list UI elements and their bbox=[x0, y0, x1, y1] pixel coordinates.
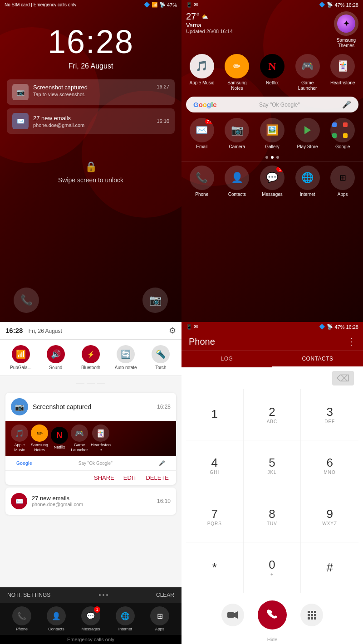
app-camera[interactable]: 📷 Camera bbox=[221, 118, 253, 150]
dialer-key-8[interactable]: 8 TUV bbox=[244, 491, 301, 542]
signal-icon: 📡 bbox=[159, 2, 166, 8]
toggle-bluetooth[interactable]: ⚡ Bluetooth bbox=[75, 345, 106, 370]
lock-camera-fab[interactable]: 📷 bbox=[142, 288, 168, 313]
toggle-autorotate[interactable]: 🔄 Auto rotate bbox=[111, 345, 141, 370]
home-status-bar: 📱 ✉ 🔷 📡 47% 16:28 bbox=[182, 0, 363, 10]
shade-dock-apps[interactable]: ⊞ Apps bbox=[150, 606, 169, 631]
shade-screenshot-icon: 📷 bbox=[11, 398, 28, 415]
dialer-hide-label[interactable]: Hide bbox=[182, 637, 363, 644]
app-game-launcher-label: Game Launcher bbox=[292, 80, 324, 91]
phone-menu-icon[interactable]: ⋮ bbox=[347, 336, 356, 347]
dock-apps[interactable]: ⊞ Apps bbox=[327, 166, 358, 197]
shade-email-icon: ✉️ bbox=[11, 493, 27, 509]
shade-email-title: 27 new emails bbox=[32, 495, 83, 502]
phone-status-left: 📱 ✉ bbox=[186, 324, 198, 330]
bluetooth-icon: 🔷 bbox=[144, 2, 150, 8]
app-game-launcher[interactable]: 🎮 Game Launcher bbox=[292, 54, 324, 91]
app-apple-music[interactable]: 🎵 Apple Music bbox=[186, 54, 218, 91]
dialer-key-star[interactable]: * bbox=[186, 542, 244, 594]
shade-phone-icon: 📞 bbox=[12, 606, 31, 625]
notification-shade: 16:28 Fri, 26 August ⚙ 📶 PubGala... 🔊 So… bbox=[0, 322, 182, 644]
sound-toggle-label: Sound bbox=[49, 365, 62, 370]
shade-email-card[interactable]: ✉️ 27 new emails phone.doe@gmail.com 16:… bbox=[5, 488, 176, 515]
video-call-button[interactable] bbox=[221, 604, 244, 626]
app-netflix-label: Netflix bbox=[266, 80, 279, 86]
shade-dock-contacts[interactable]: 👤 Contacts bbox=[47, 606, 66, 631]
phone-status-bar: 📱 ✉ 🔷 📡 47% 16:28 bbox=[182, 322, 363, 332]
app-samsung-notes-label: Samsung Notes bbox=[221, 80, 253, 91]
app-netflix[interactable]: N Netflix bbox=[256, 54, 288, 91]
svg-rect-4 bbox=[311, 611, 313, 613]
dialer-display: ⌫ bbox=[182, 367, 363, 389]
weather-updated: Updated 26/08 16:14 bbox=[186, 29, 233, 34]
shade-screenshot-actions: SHARE EDIT DELETE bbox=[5, 470, 176, 485]
shade-screenshot-card[interactable]: 📷 Screenshot captured 16:28 🎵 AppleMusic… bbox=[5, 393, 176, 485]
app-samsung-notes[interactable]: ✏ Samsung Notes bbox=[221, 54, 253, 91]
dock-contacts[interactable]: 👤 Contacts bbox=[221, 166, 253, 197]
tab-contacts[interactable]: CONTACTS bbox=[272, 351, 363, 367]
screenshot-notif-title: Screenshot captured bbox=[33, 84, 152, 91]
app-gallery[interactable]: 🖼️ Gallery bbox=[256, 118, 288, 150]
dialer-key-hash[interactable]: # bbox=[301, 542, 358, 594]
app-google-label: Google bbox=[335, 144, 350, 150]
svg-rect-3 bbox=[308, 611, 310, 613]
phone-title: Phone bbox=[189, 337, 215, 347]
shade-dock-internet[interactable]: 🌐 Internet bbox=[116, 606, 135, 631]
bluetooth-toggle-label: Bluetooth bbox=[81, 365, 100, 370]
lock-time: 16:28 bbox=[48, 23, 134, 60]
toggle-sound[interactable]: 🔊 Sound bbox=[40, 345, 71, 370]
dock-messages[interactable]: 💬 1 Messages bbox=[256, 166, 288, 197]
dialer-backspace-button[interactable]: ⌫ bbox=[332, 371, 354, 385]
edit-button[interactable]: EDIT bbox=[123, 474, 137, 481]
noti-settings-button[interactable]: NOTI. SETTINGS bbox=[7, 592, 50, 598]
settings-gear-icon[interactable]: ⚙ bbox=[169, 326, 176, 336]
shade-dock-phone[interactable]: 📞 Phone bbox=[12, 606, 31, 631]
dialer-key-1[interactable]: 1 bbox=[186, 389, 244, 440]
dialer-key-6[interactable]: 6 MNO bbox=[301, 440, 358, 492]
google-search-bar[interactable]: Google Say "Ok Google" 🎤 bbox=[186, 97, 358, 112]
shade-apps-label: Apps bbox=[155, 627, 165, 631]
delete-button[interactable]: DELETE bbox=[146, 474, 169, 481]
dot-2 bbox=[271, 156, 274, 159]
shade-phone-label: Phone bbox=[16, 627, 28, 631]
wifi-toggle-label: PubGala... bbox=[10, 365, 31, 370]
samsung-themes-app[interactable]: ✦ SamsungThemes bbox=[334, 11, 358, 49]
toggle-torch[interactable]: 🔦 Torch bbox=[146, 345, 176, 370]
call-button[interactable] bbox=[258, 600, 287, 629]
dialer-key-0[interactable]: 0 + bbox=[244, 542, 301, 594]
dialpad-grid-button[interactable] bbox=[300, 604, 323, 626]
email-notif-sub: phone.doe@gmail.com bbox=[33, 122, 152, 128]
dialer-key-7[interactable]: 7 PQRS bbox=[186, 491, 244, 542]
shade-date: Fri, 26 August bbox=[29, 328, 62, 334]
dialer-key-2[interactable]: 2 ABC bbox=[244, 389, 301, 440]
google-say: Say "Ok Google" bbox=[259, 102, 300, 108]
tab-log[interactable]: LOG bbox=[182, 351, 272, 367]
notification-screenshot[interactable]: 📷 Screenshot captured Tap to view screen… bbox=[7, 79, 175, 105]
google-mic-icon[interactable]: 🎤 bbox=[342, 100, 351, 109]
autorotate-toggle-label: Auto rotate bbox=[115, 365, 137, 370]
app-google[interactable]: Google bbox=[327, 118, 358, 150]
shade-toggles: 📶 PubGala... 🔊 Sound ⚡ Bluetooth 🔄 Auto … bbox=[0, 340, 182, 376]
share-button[interactable]: SHARE bbox=[94, 474, 114, 481]
google-logo: Google bbox=[193, 101, 217, 108]
shade-bottom-dock: 📞 Phone 👤 Contacts 💬 1 Messages 🌐 Intern… bbox=[0, 603, 182, 635]
preview-apple-music: 🎵 AppleMusic bbox=[11, 424, 28, 453]
app-email[interactable]: ✉️ 77 Email bbox=[186, 118, 218, 150]
app-hearthstone[interactable]: 🃏 Hearthstone bbox=[327, 54, 358, 91]
dialer-key-3[interactable]: 3 DEF bbox=[301, 389, 358, 440]
shade-screenshot-title: Screenshot captured bbox=[33, 403, 91, 410]
shade-messages-icon: 💬 1 bbox=[81, 606, 100, 625]
dock-phone[interactable]: 📞 Phone bbox=[186, 166, 218, 197]
lock-phone-fab[interactable]: 📞 bbox=[14, 288, 39, 313]
preview-netflix: N Netflix bbox=[51, 427, 68, 450]
dialer-key-9[interactable]: 9 WXYZ bbox=[301, 491, 358, 542]
notification-email[interactable]: ✉️ 27 new emails phone.doe@gmail.com 16:… bbox=[7, 108, 175, 134]
toggle-wifi[interactable]: 📶 PubGala... bbox=[5, 345, 36, 370]
clear-button[interactable]: CLEAR bbox=[156, 592, 174, 598]
dialer-key-4[interactable]: 4 GHI bbox=[186, 440, 244, 492]
dialer-key-5[interactable]: 5 JKL bbox=[244, 440, 301, 492]
app-play-store[interactable]: Play Store bbox=[292, 118, 324, 150]
shade-dock-messages[interactable]: 💬 1 Messages bbox=[81, 606, 100, 631]
dock-internet[interactable]: 🌐 Internet bbox=[292, 166, 324, 197]
svg-rect-7 bbox=[311, 614, 313, 616]
